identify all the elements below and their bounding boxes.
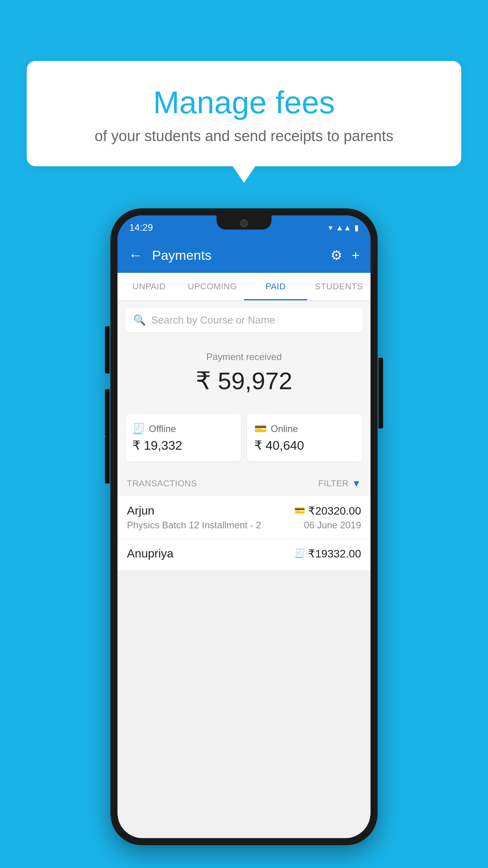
transaction-amount: ₹19332.00 — [308, 547, 361, 560]
transactions-label: TRANSACTIONS — [127, 478, 197, 489]
bubble-subtitle: of your students and send receipts to pa… — [46, 128, 442, 145]
speech-bubble: Manage fees of your students and send re… — [27, 61, 461, 166]
filter-icon: ▼ — [352, 478, 361, 489]
transaction-date: 06 June 2019 — [304, 520, 361, 531]
filter-container[interactable]: FILTER ▼ — [318, 478, 361, 489]
search-container: 🔍 Search by Course or Name — [117, 301, 371, 340]
online-amount: ₹ 40,640 — [254, 438, 356, 453]
transaction-name: Arjun — [127, 504, 154, 517]
tab-unpaid[interactable]: UNPAID — [117, 273, 181, 300]
filter-label: FILTER — [318, 478, 349, 489]
transaction-row[interactable]: Arjun 💳 ₹20320.00 Physics Batch 12 Insta… — [117, 496, 371, 539]
transaction-amount: ₹20320.00 — [308, 504, 361, 517]
offline-payment-icon: 🧾 — [294, 548, 305, 559]
online-label: Online — [271, 423, 298, 434]
transactions-header: TRANSACTIONS FILTER ▼ — [117, 471, 371, 496]
transaction-amount-wrap: 💳 ₹20320.00 — [294, 504, 361, 517]
battery-icon: ▮ — [354, 223, 359, 232]
tab-paid[interactable]: PAID — [244, 273, 307, 300]
transaction-top-row: Anupriya 🧾 ₹19332.00 — [127, 547, 361, 560]
phone-notch — [216, 215, 272, 230]
tabs-container: UNPAID UPCOMING PAID STUDENTS — [117, 273, 371, 301]
online-card: 💳 Online ₹ 40,640 — [247, 414, 363, 462]
online-card-header: 💳 Online — [254, 423, 356, 435]
transaction-list: Arjun 💳 ₹20320.00 Physics Batch 12 Insta… — [117, 496, 371, 571]
signal-icon: ▲▲ — [336, 223, 351, 232]
phone-shell: 14:29 ▾ ▲▲ ▮ ← Payments ⚙ + UNPAID UPC — [110, 208, 378, 845]
transaction-name: Anupriya — [127, 547, 173, 560]
app-bar: ← Payments ⚙ + — [117, 237, 371, 273]
app-title: Payments — [152, 248, 321, 263]
transaction-amount-wrap: 🧾 ₹19332.00 — [294, 547, 361, 560]
bubble-title: Manage fees — [46, 85, 442, 121]
payment-cards: 🧾 Offline ₹ 19,332 💳 Online ₹ 40,640 — [117, 414, 371, 471]
app-bar-actions: ⚙ + — [330, 247, 360, 263]
tab-students[interactable]: STUDENTS — [307, 273, 371, 300]
transaction-bottom-row: Physics Batch 12 Installment - 2 06 June… — [127, 520, 361, 531]
search-icon: 🔍 — [133, 314, 146, 326]
card-payment-icon: 💳 — [294, 506, 305, 516]
settings-icon[interactable]: ⚙ — [330, 247, 342, 263]
back-button[interactable]: ← — [128, 247, 143, 263]
status-icons: ▾ ▲▲ ▮ — [328, 223, 359, 232]
offline-amount: ₹ 19,332 — [132, 438, 234, 453]
transaction-top-row: Arjun 💳 ₹20320.00 — [127, 504, 361, 517]
tab-upcoming[interactable]: UPCOMING — [181, 273, 244, 300]
offline-label: Offline — [149, 423, 176, 434]
add-icon[interactable]: + — [352, 248, 360, 263]
search-bar[interactable]: 🔍 Search by Course or Name — [125, 308, 363, 333]
phone-screen: 14:29 ▾ ▲▲ ▮ ← Payments ⚙ + UNPAID UPC — [117, 215, 371, 838]
transaction-row[interactable]: Anupriya 🧾 ₹19332.00 — [117, 539, 371, 571]
offline-card-header: 🧾 Offline — [132, 423, 234, 435]
status-time: 14:29 — [129, 222, 153, 233]
payment-received-label: Payment received — [125, 351, 363, 362]
online-payment-icon: 💳 — [254, 423, 267, 435]
search-input[interactable]: Search by Course or Name — [151, 314, 275, 326]
phone-device: 14:29 ▾ ▲▲ ▮ ← Payments ⚙ + UNPAID UPC — [110, 208, 378, 845]
payment-total-amount: ₹ 59,972 — [125, 366, 363, 395]
transaction-description: Physics Batch 12 Installment - 2 — [127, 520, 261, 531]
wifi-icon: ▾ — [328, 223, 332, 232]
offline-card: 🧾 Offline ₹ 19,332 — [125, 414, 241, 462]
payment-summary: Payment received ₹ 59,972 — [117, 340, 371, 414]
camera-icon — [240, 219, 248, 227]
offline-payment-icon: 🧾 — [132, 423, 145, 435]
